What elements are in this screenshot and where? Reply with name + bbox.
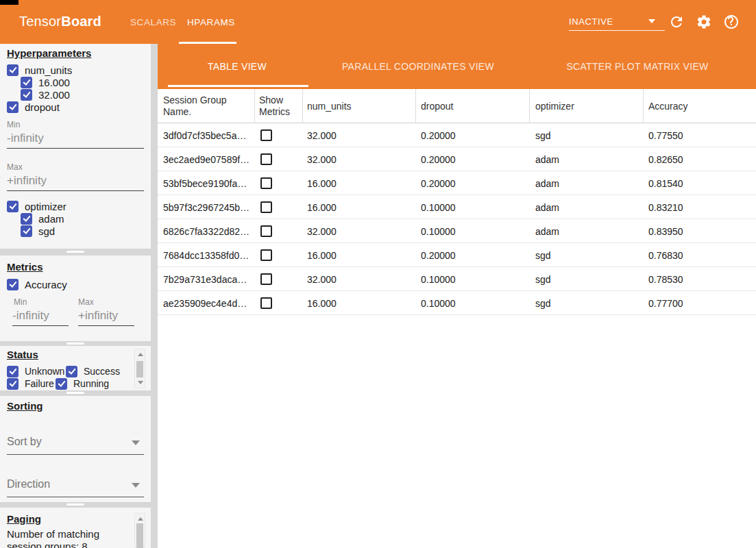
hparam-optimizer: optimizer — [7, 200, 66, 212]
metric-min-input[interactable]: -infinity — [12, 309, 49, 323]
num-units-16-label: 16.000 — [38, 77, 70, 88]
optimizer-label: optimizer — [25, 201, 66, 212]
dropout-max-label: Max — [7, 162, 23, 172]
tab-scatter-plot-matrix-view[interactable]: SCATTER PLOT MATRIX VIEW — [566, 61, 708, 72]
hparam-optimizer-adam: adam — [21, 212, 64, 225]
sort-by-select[interactable]: Sort by — [7, 436, 144, 456]
table-row: 6826c7fa3322d82… 32.000 0.10000 adam 0.8… — [158, 219, 756, 243]
table-row: 5b97f3c2967245b… 16.000 0.10000 adam 0.8… — [158, 195, 756, 219]
show-metrics-checkbox[interactable] — [260, 225, 272, 237]
chevron-down-icon — [648, 19, 655, 23]
accuracy-value: 0.83210 — [648, 195, 683, 219]
col-show-metrics[interactable]: Show Metrics — [259, 89, 296, 123]
sgd-label: sgd — [38, 225, 55, 237]
tab-parallel-coordinates-view[interactable]: PARALLEL COORDINATES VIEW — [342, 61, 494, 72]
show-metrics-checkbox[interactable] — [260, 273, 272, 285]
status-success-label: Success — [84, 366, 120, 377]
optimizer-value: sgd — [535, 243, 551, 267]
hparam-num-units-32: 32.000 — [21, 88, 70, 101]
sort-by-placeholder: Sort by — [7, 436, 42, 448]
sorting-heading: Sorting — [7, 400, 43, 412]
dropout-checkbox[interactable] — [7, 101, 19, 113]
paging-scrollbar[interactable] — [134, 513, 145, 548]
show-metrics-checkbox[interactable] — [260, 297, 272, 309]
status-failure: Failure — [7, 377, 54, 390]
section-resize-handle[interactable] — [66, 392, 84, 394]
num-units-16-checkbox[interactable] — [21, 77, 32, 88]
status-failure-checkbox[interactable] — [7, 378, 19, 390]
input-underline — [7, 190, 144, 191]
col-num-units[interactable]: num_units — [307, 89, 352, 123]
dropout-min-label: Min — [7, 120, 20, 129]
num-units-value: 32.000 — [307, 267, 337, 291]
help-icon[interactable] — [723, 14, 740, 30]
chevron-down-icon — [132, 440, 140, 445]
accuracy-value: 0.81540 — [648, 171, 683, 195]
tab-table-view[interactable]: TABLE VIEW — [208, 61, 267, 72]
app-title: TensorBoard — [19, 14, 101, 29]
status-unknown-label: Unknown — [25, 366, 64, 377]
table-row: 3ec2aed9e07589f… 32.000 0.20000 adam 0.8… — [158, 147, 756, 171]
accuracy-checkbox[interactable] — [7, 279, 19, 290]
refresh-icon[interactable] — [668, 14, 685, 30]
scroll-up-icon[interactable] — [138, 517, 143, 521]
optimizer-value: sgd — [535, 123, 551, 147]
tab-hparams[interactable]: HPARAMS — [187, 17, 235, 27]
session-group-name: 7b29a731e3daca… — [163, 267, 254, 291]
section-resize-handle[interactable] — [66, 503, 84, 506]
input-underline — [78, 325, 134, 326]
accuracy-value: 0.78530 — [648, 267, 683, 291]
active-tab-underline — [179, 42, 236, 44]
tab-scalars[interactable]: SCALARS — [130, 17, 176, 27]
col-optimizer[interactable]: optimizer — [535, 89, 574, 123]
section-resize-handle[interactable] — [66, 342, 84, 345]
column-divider — [643, 89, 644, 123]
status-unknown-checkbox[interactable] — [7, 366, 19, 377]
app-title-board: Board — [61, 14, 101, 29]
show-metrics-checkbox[interactable] — [260, 201, 272, 213]
scrollbar-thumb[interactable] — [136, 361, 143, 377]
optimizer-value: adam — [535, 195, 559, 219]
num-units-32-checkbox[interactable] — [21, 89, 32, 101]
accuracy-label: Accuracy — [25, 279, 67, 290]
show-metrics-checkbox[interactable] — [260, 129, 272, 141]
run-status-select[interactable]: INACTIVE — [569, 0, 665, 44]
status-section: Status Unknown Success Failure Running — [0, 346, 151, 390]
show-metrics-checkbox[interactable] — [260, 249, 272, 261]
input-underline — [12, 325, 69, 326]
dropout-value: 0.20000 — [421, 123, 456, 147]
table-row: 53bf5bece9190fa… 16.000 0.20000 adam 0.8… — [158, 171, 756, 195]
status-scrollbar[interactable] — [134, 349, 145, 388]
num-units-checkbox[interactable] — [7, 64, 19, 76]
optimizer-sgd-checkbox[interactable] — [21, 225, 32, 237]
optimizer-checkbox[interactable] — [7, 201, 19, 212]
scroll-up-icon[interactable] — [138, 353, 143, 356]
status-success-checkbox[interactable] — [66, 366, 77, 377]
accuracy-value: 0.82650 — [648, 147, 683, 171]
metric-max-input[interactable]: +infinity — [78, 309, 118, 323]
status-running-checkbox[interactable] — [56, 378, 67, 390]
col-dropout[interactable]: dropout — [421, 89, 453, 123]
dropout-max-input[interactable]: +infinity — [7, 174, 47, 188]
show-metrics-checkbox[interactable] — [260, 177, 272, 189]
scrollbar-thumb[interactable] — [136, 523, 143, 548]
sidebar: Hyperparameters num_units 16.000 32.000 … — [0, 44, 158, 548]
col-session-group-name[interactable]: Session Group Name. — [163, 89, 245, 123]
dropout-label: dropout — [25, 101, 60, 113]
status-failure-label: Failure — [25, 378, 54, 389]
col-accuracy[interactable]: Accuracy — [648, 89, 688, 123]
section-resize-handle[interactable] — [66, 251, 84, 253]
show-metrics-checkbox[interactable] — [260, 153, 272, 165]
select-underline — [7, 454, 144, 455]
metric-min-label: Min — [14, 297, 27, 307]
column-divider — [415, 89, 416, 123]
session-group-name: 7684dcc13358fd0… — [163, 243, 254, 267]
direction-select[interactable]: Direction — [7, 478, 144, 499]
optimizer-adam-checkbox[interactable] — [21, 213, 32, 225]
scroll-down-icon[interactable] — [138, 381, 143, 384]
num-units-label: num_units — [25, 64, 72, 76]
optimizer-value: sgd — [535, 291, 551, 315]
settings-gear-icon[interactable] — [696, 14, 712, 30]
dropout-min-input[interactable]: -infinity — [7, 132, 44, 145]
table-row: ae235909ec4e4d… 16.000 0.10000 sgd 0.777… — [158, 291, 756, 315]
